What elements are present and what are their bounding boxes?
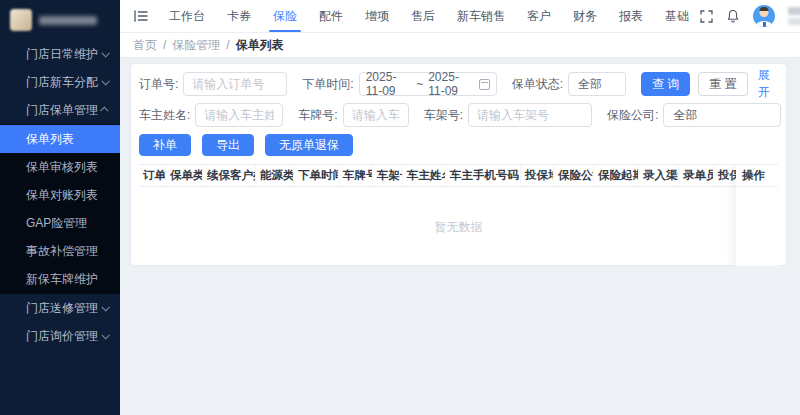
chevron-down-icon [101,49,109,57]
policy-status-field: 保单状态: 全部 [512,72,626,96]
start-date: 2025-11-09 [366,70,411,98]
tab-workbench[interactable]: 工作台 [158,0,216,32]
fullscreen-icon[interactable] [700,10,713,23]
expand-link[interactable]: 展开 [758,67,778,101]
user-name-line [788,7,800,15]
tab-basic[interactable]: 基础 [654,0,700,32]
policy-status-label: 保单状态: [512,76,563,93]
sidebar-item-store-policy-management[interactable]: 门店保单管理 [0,96,120,124]
col-policy-start: 保险起期 [594,165,639,186]
order-time-range-picker[interactable]: 2025-11-09 ~ 2025-11-09 [359,72,497,96]
tab-addons[interactable]: 增项 [354,0,400,32]
main-area: 工作台 卡券 保险 配件 增项 售后 新车销售 客户 财务 报表 基础 [120,0,800,415]
fixed-actions-column: 操作 [736,165,778,266]
breadcrumb-home[interactable]: 首页 [133,37,157,54]
tab-new-car-sales[interactable]: 新车销售 [446,0,516,32]
col-owner-name: 车主姓名 [403,165,446,186]
col-renewal-customer-type: 续保客户类型 [203,165,256,186]
tab-finance[interactable]: 财务 [562,0,608,32]
breadcrumb-separator: / [226,38,229,52]
tab-coupons[interactable]: 卡券 [216,0,262,32]
insurer-label: 保险公司: [607,107,658,124]
plate-no-input[interactable] [343,103,409,127]
menu-label: 门店保单管理 [26,102,98,119]
sidebar-item-store-new-car-allocation[interactable]: 门店新车分配 [0,68,120,96]
notification-bell-icon[interactable] [726,9,740,23]
table-header-row: 订单号 保单类型 续保客户类型 能源类型 下单时间 车牌号 车架号 车主姓名 车… [139,165,778,187]
plate-no-field: 车牌号: [298,103,408,127]
export-button[interactable]: 导出 [202,134,254,156]
top-nav-tabs: 工作台 卡券 保险 配件 增项 售后 新车销售 客户 财务 报表 基础 [158,0,700,32]
user-name-redacted[interactable] [788,7,800,25]
sidebar-collapse-icon[interactable] [134,10,148,22]
tab-aftersales[interactable]: 售后 [400,0,446,32]
tab-reports[interactable]: 报表 [608,0,654,32]
logo-area [0,0,120,40]
col-vin: 车架号 [373,165,403,186]
breadcrumb: 首页 / 保险管理 / 保单列表 [120,33,800,58]
col-energy-type: 能源类型 [256,165,294,186]
reset-button[interactable]: 重 置 [698,72,747,96]
tab-parts[interactable]: 配件 [308,0,354,32]
sidebar-item-store-daily-maintenance[interactable]: 门店日常维护 [0,40,120,68]
policy-status-select[interactable]: 全部 [568,72,626,96]
calendar-icon [479,79,490,90]
tab-insurance[interactable]: 保险 [262,0,308,32]
no-original-refund-button[interactable]: 无原单退保 [265,134,353,156]
brand-name-redacted [39,16,97,25]
sidebar-item-policy-list[interactable]: 保单列表 [0,125,120,153]
owner-name-input[interactable] [195,103,283,127]
sidebar-item-gap-insurance-management[interactable]: GAP险管理 [0,209,120,237]
sidebar-item-new-policy-plate-maintenance[interactable]: 新保车牌维护 [0,265,120,293]
order-time-label: 下单时间: [302,76,353,93]
insurer-select[interactable]: 全部 [663,103,781,127]
vin-field: 车架号: [424,103,592,127]
col-policy-type: 保单类型 [166,165,203,186]
top-navbar: 工作台 卡券 保险 配件 增项 售后 新车销售 客户 财务 报表 基础 [120,0,800,33]
sidebar-item-store-inquiry-management[interactable]: 门店询价管理 [0,322,120,350]
owner-name-field: 车主姓名: [139,103,283,127]
user-avatar[interactable] [753,5,775,27]
supplement-order-button[interactable]: 补单 [139,134,191,156]
policy-table: 订单号 保单类型 续保客户类型 能源类型 下单时间 车牌号 车架号 车主姓名 车… [139,164,778,267]
breadcrumb-separator: / [163,38,166,52]
order-no-label: 订单号: [139,76,178,93]
brand-logo [10,9,32,31]
sidebar-item-policy-audit-list[interactable]: 保单审核列表 [0,153,120,181]
breadcrumb-insurance-management[interactable]: 保险管理 [172,37,220,54]
col-owner-phone: 车主手机号码 [446,165,521,186]
menu-label: 门店询价管理 [26,328,98,345]
chevron-down-icon [101,303,109,311]
range-separator: ~ [416,77,423,91]
vin-label: 车架号: [424,107,463,124]
topbar-right [700,5,800,27]
col-insurer: 保险公司 [554,165,594,186]
sidebar-item-store-repair-management[interactable]: 门店送修管理 [0,294,120,322]
sidebar-item-accident-compensation-management[interactable]: 事故补偿管理 [0,237,120,265]
policy-management-submenu: 保单列表 保单审核列表 保单对账列表 GAP险管理 事故补偿管理 新保车牌维护 [0,124,120,294]
breadcrumb-policy-list: 保单列表 [236,37,284,54]
end-date: 2025-11-09 [428,70,473,98]
chevron-down-icon [101,331,109,339]
app-window: 门店日常维护 门店新车分配 门店保单管理 保单列表 保单审核列表 保单对账列表 … [0,0,800,415]
policy-list-card: 订单号: 下单时间: 2025-11-09 ~ 2025-11-09 保 [130,63,787,266]
col-entry-clerk: 录单员 [679,165,714,186]
filter-row-2: 车主姓名: 车牌号: 车架号: 保险公司: 全部 [139,103,778,127]
order-time-field: 下单时间: 2025-11-09 ~ 2025-11-09 [302,72,496,96]
tab-customers[interactable]: 客户 [516,0,562,32]
filter-row-1: 订单号: 下单时间: 2025-11-09 ~ 2025-11-09 保 [139,72,778,96]
insurer-field: 保险公司: 全部 [607,103,781,127]
vin-input[interactable] [468,103,592,127]
user-role-line [788,18,800,25]
col-order-no: 订单号 [139,165,166,186]
chevron-down-icon [101,77,109,85]
order-no-input[interactable] [183,72,287,96]
sidebar: 门店日常维护 门店新车分配 门店保单管理 保单列表 保单审核列表 保单对账列表 … [0,0,120,415]
search-button[interactable]: 查 询 [641,72,690,96]
chevron-up-icon [100,106,108,114]
action-row: 补单 导出 无原单退保 [139,134,778,156]
menu-label: 门店日常维护 [26,46,98,63]
col-plate-no: 车牌号 [339,165,373,186]
col-actions: 操作 [736,165,778,187]
sidebar-item-policy-reconciliation-list[interactable]: 保单对账列表 [0,181,120,209]
